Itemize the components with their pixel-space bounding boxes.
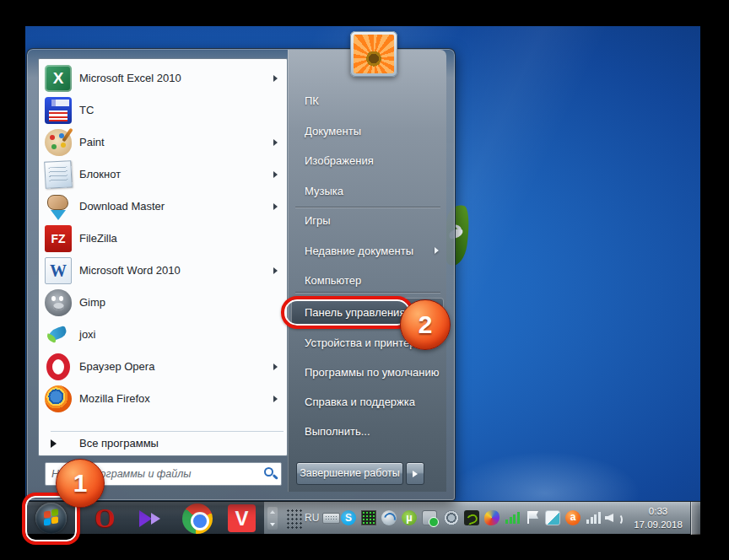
skype-tray-icon[interactable] — [341, 510, 356, 525]
submenu-arrow-icon — [273, 363, 278, 370]
paint-icon — [45, 129, 72, 156]
right-panel-separator — [295, 292, 440, 293]
submenu-arrow-icon — [273, 139, 278, 146]
menu-item-games[interactable]: Игры — [289, 209, 446, 231]
all-programs-button[interactable]: Все программы — [40, 435, 285, 455]
start-menu-links-panel: ПК Документы Изображения Музыка Игры Нед… — [288, 50, 446, 492]
menu-item-pk[interactable]: ПК — [289, 89, 446, 111]
shutdown-button[interactable]: Завершение работы — [296, 462, 403, 485]
network-bars-icon[interactable] — [586, 510, 601, 525]
taskbar-grip[interactable] — [285, 508, 303, 529]
shutdown-options-arrow[interactable] — [406, 462, 424, 485]
action-center-flag-icon[interactable] — [525, 510, 540, 525]
menu-item-joxi[interactable]: joxi — [40, 320, 285, 350]
menu-item-pictures[interactable]: Изображения — [289, 149, 446, 171]
menu-item-documents[interactable]: Документы — [289, 120, 446, 142]
gear-tray-icon[interactable] — [444, 510, 459, 525]
filezilla-icon — [45, 225, 72, 252]
start-menu: Microsoft Excel 2010 TC Paint Блокнот Do… — [26, 48, 456, 501]
download-master-icon — [45, 193, 72, 220]
submenu-arrow-icon — [435, 247, 439, 254]
menu-item-download-master[interactable]: Download Master — [40, 191, 285, 222]
utorrent-tray-icon[interactable] — [402, 510, 417, 525]
keyboard-layout-icon[interactable] — [322, 513, 340, 524]
kmplayer-taskbar-icon[interactable] — [135, 503, 165, 534]
clock-date: 17.09.2018 — [625, 518, 691, 531]
notepad-icon — [44, 160, 73, 189]
all-programs-separator — [51, 431, 284, 432]
avatar-flower-image — [354, 35, 394, 73]
menu-item-recent-documents[interactable]: Недавние документы — [289, 240, 446, 261]
total-commander-icon — [45, 97, 72, 124]
clock-time: 0:33 — [625, 504, 691, 518]
opera-taskbar-icon[interactable] — [89, 503, 120, 534]
menu-item-music[interactable]: Музыка — [289, 180, 446, 202]
excel-icon — [45, 65, 72, 92]
avast-tray-icon[interactable] — [565, 510, 580, 525]
annotation-badge-2: 2 — [400, 299, 451, 350]
submenu-arrow-icon — [273, 75, 278, 82]
taskbar-separator[interactable] — [267, 507, 278, 530]
menu-item-help-support[interactable]: Справка и поддержка — [289, 390, 446, 412]
annotation-rect-control-panel — [281, 296, 413, 329]
joxi-icon — [45, 321, 72, 348]
led-grid-tray-icon[interactable] — [361, 510, 376, 525]
user-avatar[interactable] — [350, 31, 397, 77]
menu-item-computer[interactable]: Компьютер — [289, 269, 446, 291]
menu-item-paint[interactable]: Paint — [40, 127, 285, 158]
menu-item-filezilla[interactable]: FileZilla — [40, 223, 285, 254]
search-icon[interactable] — [264, 467, 273, 477]
nvidia-tray-icon[interactable] — [464, 510, 479, 525]
submenu-arrow-icon — [273, 203, 278, 210]
chrome-taskbar-icon[interactable] — [182, 503, 213, 534]
drive-tray-icon[interactable] — [545, 510, 560, 525]
menu-item-run[interactable]: Выполнить... — [289, 420, 446, 442]
submenu-arrow-icon — [273, 171, 278, 178]
submenu-arrow-icon — [273, 267, 278, 274]
right-panel-separator — [295, 207, 440, 208]
menu-item-opera[interactable]: Браузер Opera — [40, 352, 285, 382]
volume-icon[interactable] — [605, 510, 620, 525]
language-indicator[interactable]: RU — [305, 512, 319, 524]
gimp-icon — [45, 289, 72, 316]
opera-icon — [46, 353, 70, 380]
submenu-arrow-icon — [273, 396, 278, 402]
menu-item-default-programs[interactable]: Программы по умолчанию — [289, 361, 446, 383]
annotation-badge-1: 1 — [56, 459, 105, 508]
firefox-icon — [45, 385, 72, 412]
menu-item-gimp[interactable]: Gimp — [40, 288, 285, 318]
menu-item-notepad[interactable]: Блокнот — [40, 159, 285, 190]
taskbar-clock[interactable]: 0:33 17.09.2018 — [625, 504, 691, 533]
show-desktop-button[interactable] — [690, 502, 700, 535]
taskbar: RU 0:33 17.09.2018 — [25, 501, 700, 534]
speedfan-tray-icon[interactable] — [381, 510, 397, 525]
menu-item-excel[interactable]: Microsoft Excel 2010 — [40, 63, 285, 94]
menu-item-tc[interactable]: TC — [40, 95, 285, 126]
menu-item-word[interactable]: Microsoft Word 2010 — [40, 256, 285, 286]
menu-item-firefox[interactable]: Mozilla Firefox — [40, 384, 285, 414]
screenshot-root: RU 0:33 17.09.2018 Microsoft Excel 2010 — [0, 0, 729, 560]
vivaldi-taskbar-icon[interactable] — [228, 504, 256, 532]
start-menu-programs-panel: Microsoft Excel 2010 TC Paint Блокнот Do… — [38, 58, 288, 456]
afterburner-tray-icon[interactable] — [484, 510, 500, 525]
all-programs-arrow-icon — [51, 439, 57, 448]
word-icon — [45, 257, 72, 284]
usb-safely-remove-tray-icon[interactable] — [422, 510, 437, 525]
green-signal-bars-icon[interactable] — [505, 510, 520, 525]
